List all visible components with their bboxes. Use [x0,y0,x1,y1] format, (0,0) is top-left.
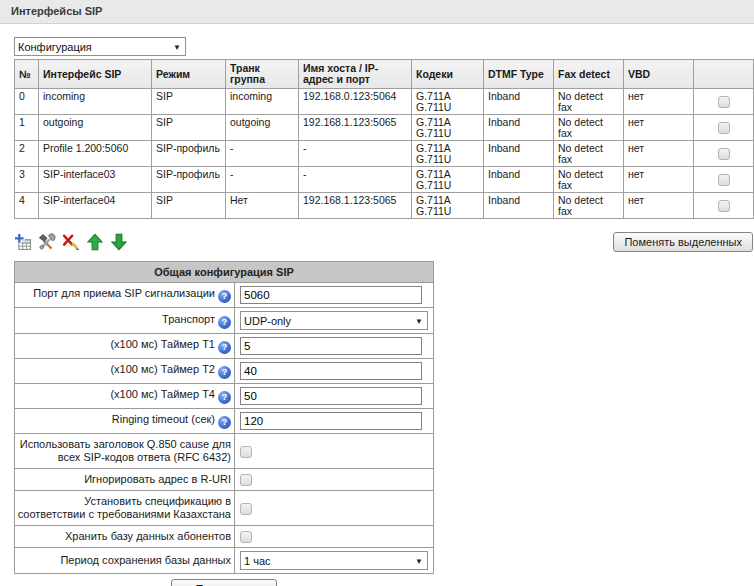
row-select-checkbox[interactable] [718,200,730,212]
cell-vbd: нет [624,167,694,193]
apply-button[interactable]: Применить [171,579,278,586]
form-row: (x100 мс) Таймер T2? [15,359,434,384]
page-title: Интерфейсы SIP [11,5,102,17]
cell-dtmf-type: Inband [484,115,554,141]
transport-select[interactable]: UDP-only [240,311,428,330]
row-select-checkbox[interactable] [718,148,730,160]
field-label: (x100 мс) Таймер T2 [110,363,215,375]
table-row: 3 SIP-interface03 SIP-профиль - - G.711A… [15,167,754,193]
cell-fax-detect: No detect fax [554,89,624,115]
add-icon [14,233,32,251]
cell-codecs: G.711A G.711U [412,193,484,219]
form-row: Хранить базу данных абонентов [15,526,434,548]
swap-selected-button[interactable]: Поменять выделенных [613,232,753,252]
cell-dtmf-type: Inband [484,193,554,219]
form-row: Транспорт? UDP-only ▼ [15,308,434,334]
field-label: (x100 мс) Таймер T1 [110,338,215,350]
cell-codecs: G.711A G.711U [412,141,484,167]
cell-num: 4 [15,193,39,219]
add-interface-button[interactable] [14,233,32,251]
cell-mode: SIP [152,115,226,141]
cell-num: 1 [15,115,39,141]
timer-t1-input[interactable] [240,337,422,355]
cell-trunk-group: Нет [226,193,299,219]
ignore-ruri-checkbox[interactable] [240,474,252,486]
form-row: Игнорировать адрес в R-URI [15,469,434,491]
form-row: (x100 мс) Таймер T4? [15,384,434,409]
form-row: Установить спецификацию в соответствии с… [15,491,434,526]
cell-fax-detect: No detect fax [554,141,624,167]
column-header-num: № [15,60,39,89]
q850-cause-checkbox[interactable] [240,446,252,458]
store-subscribers-db-checkbox[interactable] [240,531,252,543]
column-header-trunk-group: Транк группа [226,60,299,89]
help-icon[interactable]: ? [218,391,231,404]
table-toolbar: Поменять выделенных [14,232,753,252]
form-row: Ringing timeout (сек)? [15,409,434,434]
move-down-button[interactable] [110,233,128,251]
help-icon[interactable]: ? [218,366,231,379]
delete-icon [62,233,80,251]
move-up-button[interactable] [86,233,104,251]
row-select-checkbox[interactable] [718,174,730,186]
cell-interface: SIP-interface03 [39,167,152,193]
config-dropdown[interactable]: Конфигурация ▼ [14,37,186,56]
help-icon[interactable]: ? [218,341,231,354]
row-select-checkbox[interactable] [718,122,730,134]
apply-row: Применить [14,579,434,586]
cell-mode: SIP-профиль [152,167,226,193]
cell-num: 2 [15,141,39,167]
cell-trunk-group: outgoing [226,115,299,141]
form-row: Период сохранения базы данных 1 час ▼ [15,548,434,574]
move-up-icon [86,233,104,251]
delete-interface-button[interactable] [62,233,80,251]
cell-codecs: G.711A G.711U [412,89,484,115]
cell-dtmf-type: Inband [484,141,554,167]
cell-host: - [299,141,412,167]
db-save-period-select[interactable]: 1 час [240,551,428,570]
form-row: Использовать заголовок Q.850 cause для в… [15,434,434,469]
timer-t2-input[interactable] [240,362,422,380]
cell-mode: SIP [152,193,226,219]
form-title: Общая конфигурация SIP [15,262,434,283]
form-row: (x100 мс) Таймер T1? [15,334,434,359]
cell-dtmf-type: Inband [484,89,554,115]
table-row: 2 Profile 1.200:5060 SIP-профиль - - G.7… [15,141,754,167]
main-content: Конфигурация ▼ № Интерфейс SIP Режим Тра… [0,24,754,586]
cell-num: 3 [15,167,39,193]
column-header-mode: Режим [152,60,226,89]
cell-host: 192.168.1.123:5065 [299,115,412,141]
field-label: Использовать заголовок Q.850 cause для в… [20,438,231,463]
help-icon[interactable]: ? [218,416,231,429]
cell-vbd: нет [624,89,694,115]
sip-port-input[interactable] [240,286,422,304]
page-header: Интерфейсы SIP [0,0,754,24]
cell-vbd: нет [624,141,694,167]
cell-vbd: нет [624,193,694,219]
column-header-fax-detect: Fax detect [554,60,624,89]
cell-vbd: нет [624,115,694,141]
ringing-timeout-input[interactable] [240,412,422,430]
config-select[interactable]: Конфигурация [14,37,186,56]
timer-t4-input[interactable] [240,387,422,405]
table-row: 0 incoming SIP incoming 192.168.0.123:50… [15,89,754,115]
field-label: (x100 мс) Таймер T4 [110,388,215,400]
cell-num: 0 [15,89,39,115]
cell-host: 192.168.1.123:5065 [299,193,412,219]
cell-interface: incoming [39,89,152,115]
cell-codecs: G.711A G.711U [412,167,484,193]
kazakhstan-spec-checkbox[interactable] [240,503,252,515]
help-icon[interactable]: ? [218,290,231,303]
field-label: Порт для приема SIP сигнализации [33,287,215,299]
db-save-period-dropdown[interactable]: 1 час ▼ [240,551,428,570]
edit-interface-button[interactable] [38,233,56,251]
cell-select [694,115,754,141]
help-icon[interactable]: ? [218,316,231,329]
transport-dropdown[interactable]: UDP-only ▼ [240,311,428,330]
row-select-checkbox[interactable] [718,96,730,108]
field-label: Ringing timeout (сек) [112,413,215,425]
move-down-icon [110,233,128,251]
cell-fax-detect: No detect fax [554,193,624,219]
cell-host: - [299,167,412,193]
field-label: Хранить базу данных абонентов [65,530,231,542]
